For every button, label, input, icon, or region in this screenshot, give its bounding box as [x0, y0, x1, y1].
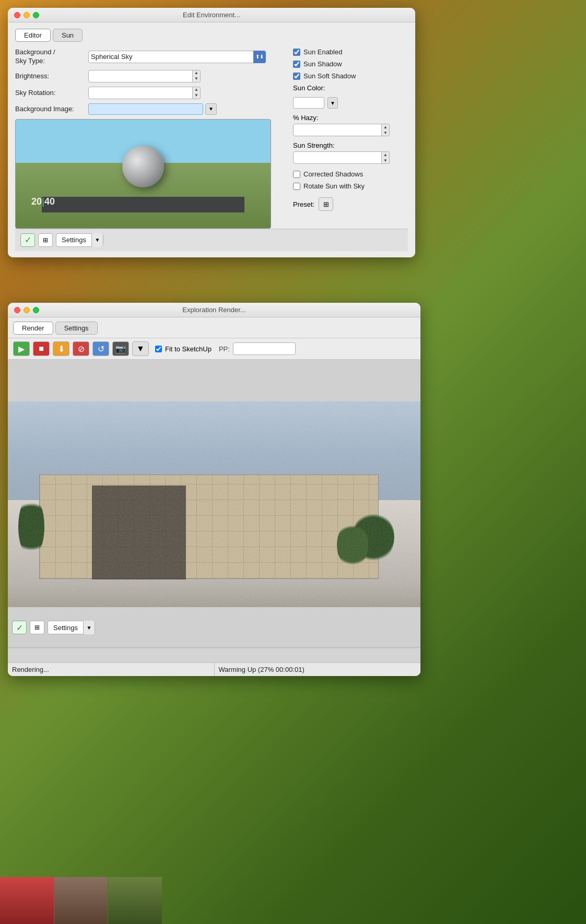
sun-color-swatch[interactable] — [293, 97, 324, 109]
render-grid-icon-btn[interactable]: ⊞ — [30, 621, 44, 634]
tab-render-settings[interactable]: Settings — [55, 322, 98, 335]
right-panel: Sun Enabled Sun Shadow Sun Soft Shadow S… — [293, 48, 408, 229]
color-thumbnails — [0, 877, 162, 924]
brightness-up-btn[interactable]: ▲ — [193, 70, 200, 76]
render-save-btn[interactable]: ⬇ — [53, 341, 69, 356]
render-bottom-toolbar: ✓ ⊞ Settings ▼ — [12, 621, 95, 634]
render-maximize-button[interactable] — [33, 307, 39, 313]
sky-rotation-spinner: -53 ▲ ▼ — [88, 87, 201, 99]
sun-soft-shadow-label: Sun Soft Shadow — [303, 72, 356, 80]
sun-color-row: Sun Color: — [293, 84, 408, 92]
hazy-input[interactable]: 1 — [293, 124, 382, 136]
bg-image-input[interactable]: l_commercial_hdr_v1_06.hdr — [88, 103, 203, 115]
sky-type-arrow-icon[interactable]: ⬆⬇ — [253, 51, 266, 63]
sun-strength-spinner: 5.000 ▲ ▼ — [293, 151, 408, 164]
render-content: Render Settings ▶ ■ ⬇ ⊘ ↺ 📷 ▼ Fit to Ske… — [8, 317, 420, 676]
render-window: Exploration Render... Render Settings ▶ … — [8, 303, 420, 676]
fit-to-sketchup-label: Fit to SketchUp — [165, 345, 212, 353]
corrected-shadows-checkbox[interactable] — [293, 171, 300, 178]
rotate-sun-checkbox[interactable] — [293, 183, 300, 190]
sun-strength-down-btn[interactable]: ▼ — [382, 158, 389, 163]
render-more-btn[interactable]: ▼ — [132, 341, 149, 356]
env-settings-dropdown[interactable]: Settings ▼ — [56, 233, 103, 247]
rotate-sun-row: Rotate Sun with Sky — [293, 182, 408, 190]
render-close-button[interactable] — [14, 307, 20, 313]
corrected-shadows-row: Corrected Shadows — [293, 170, 408, 178]
color-thumb-red[interactable] — [0, 877, 54, 924]
render-play-btn[interactable]: ▶ — [13, 341, 30, 356]
sun-strength-spinner-btns: ▲ ▼ — [382, 151, 390, 164]
sun-color-label: Sun Color: — [293, 84, 325, 92]
render-toolbar: ▶ ■ ⬇ ⊘ ↺ 📷 ▼ Fit to SketchUp PP: Simple — [8, 338, 420, 360]
bg-image-dropdown-btn[interactable]: ▼ — [205, 103, 217, 115]
left-panel: Background /Sky Type: Spherical Sky ⬆⬇ B… — [15, 48, 286, 229]
render-canvas: ✓ ⊞ Settings ▼ — [8, 360, 420, 662]
brightness-down-btn[interactable]: ▼ — [193, 76, 200, 82]
hazy-up-btn[interactable]: ▲ — [382, 124, 389, 130]
pp-input[interactable]: Simple — [233, 342, 296, 355]
hazy-down-btn[interactable]: ▼ — [382, 130, 389, 136]
render-minimize-button[interactable] — [24, 307, 30, 313]
fit-to-sketchup-checkbox[interactable] — [155, 346, 162, 352]
corrected-shadows-label: Corrected Shadows — [303, 170, 363, 178]
sun-strength-input[interactable]: 5.000 — [293, 151, 382, 164]
sky-rotation-row: Sky Rotation: -53 ▲ ▼ — [15, 87, 286, 99]
sun-soft-shadow-checkbox[interactable] — [293, 73, 300, 80]
render-status-bar: Rendering... Warming Up (27% 00:00:01) — [8, 662, 420, 676]
preset-area: Preset: ⊞ — [293, 197, 408, 211]
sky-rotation-spinner-btns: ▲ ▼ — [193, 87, 201, 99]
render-checkmark-btn[interactable]: ✓ — [12, 621, 27, 634]
sun-color-dropdown-btn[interactable]: ▼ — [327, 97, 338, 109]
hazy-label: % Hazy: — [293, 114, 318, 122]
brightness-label: Brightness: — [15, 72, 88, 80]
close-button[interactable] — [14, 12, 20, 18]
render-camera-btn[interactable]: 📷 — [112, 341, 129, 356]
sun-shadow-label: Sun Shadow — [303, 60, 342, 68]
tab-editor[interactable]: Editor — [15, 29, 51, 42]
tab-sun[interactable]: Sun — [53, 29, 83, 42]
brightness-input[interactable]: 1.900 — [88, 70, 193, 82]
sun-soft-shadow-row: Sun Soft Shadow — [293, 72, 408, 80]
render-cancel-btn[interactable]: ⊘ — [73, 341, 89, 356]
main-area: Background /Sky Type: Spherical Sky ⬆⬇ B… — [15, 48, 408, 229]
sun-enabled-checkbox[interactable] — [293, 49, 300, 56]
color-thumb-brown[interactable] — [54, 877, 108, 924]
render-stop-btn[interactable]: ■ — [33, 341, 50, 356]
render-status-right: Warming Up (27% 00:00:01) — [215, 663, 421, 676]
env-content: Editor Sun Background /Sky Type: Spheric… — [8, 22, 415, 257]
bg-image-row: Background Image: l_commercial_hdr_v1_06… — [15, 103, 286, 115]
env-preview: 20|40 — [15, 119, 271, 229]
rotate-sun-label: Rotate Sun with Sky — [303, 182, 365, 190]
render-settings-arrow[interactable]: ▼ — [83, 621, 95, 634]
sun-enabled-row: Sun Enabled — [293, 48, 408, 56]
env-settings-label: Settings — [56, 236, 91, 244]
sky-type-select[interactable]: Spherical Sky ⬆⬇ — [88, 51, 266, 63]
fit-to-sketchup-row: Fit to SketchUp — [155, 345, 212, 353]
sky-rotation-input[interactable]: -53 — [88, 87, 193, 99]
minimize-button[interactable] — [24, 12, 30, 18]
render-window-title: Exploration Render... — [182, 306, 245, 314]
sky-type-row: Background /Sky Type: Spherical Sky ⬆⬇ — [15, 48, 286, 66]
env-bottom-toolbar: ✓ ⊞ Settings ▼ — [15, 229, 408, 251]
hazy-label-row: % Hazy: — [293, 114, 408, 122]
sky-rotation-up-btn[interactable]: ▲ — [193, 87, 200, 93]
render-traffic-lights — [14, 307, 39, 313]
env-grid-icon-btn[interactable]: ⊞ — [38, 233, 53, 247]
brightness-row: Brightness: 1.900 ▲ ▼ — [15, 70, 286, 82]
render-reset-btn[interactable]: ↺ — [92, 341, 109, 356]
preset-btn[interactable]: ⊞ — [319, 197, 333, 211]
maximize-button[interactable] — [33, 12, 39, 18]
traffic-lights — [14, 12, 39, 18]
env-checkmark-btn[interactable]: ✓ — [20, 233, 35, 247]
sky-rotation-down-btn[interactable]: ▼ — [193, 93, 200, 99]
sun-shadow-row: Sun Shadow — [293, 60, 408, 68]
sun-shadow-checkbox[interactable] — [293, 61, 300, 68]
sun-strength-up-btn[interactable]: ▲ — [382, 152, 389, 158]
env-window: Edit Environment... Editor Sun Backgroun… — [8, 8, 415, 257]
env-settings-arrow[interactable]: ▼ — [91, 233, 103, 247]
bg-image-label: Background Image: — [15, 105, 88, 113]
color-thumb-green[interactable] — [108, 877, 162, 924]
render-settings-dropdown[interactable]: Settings ▼ — [48, 621, 95, 634]
env-tab-bar: Editor Sun — [15, 29, 408, 42]
tab-render[interactable]: Render — [13, 322, 53, 335]
